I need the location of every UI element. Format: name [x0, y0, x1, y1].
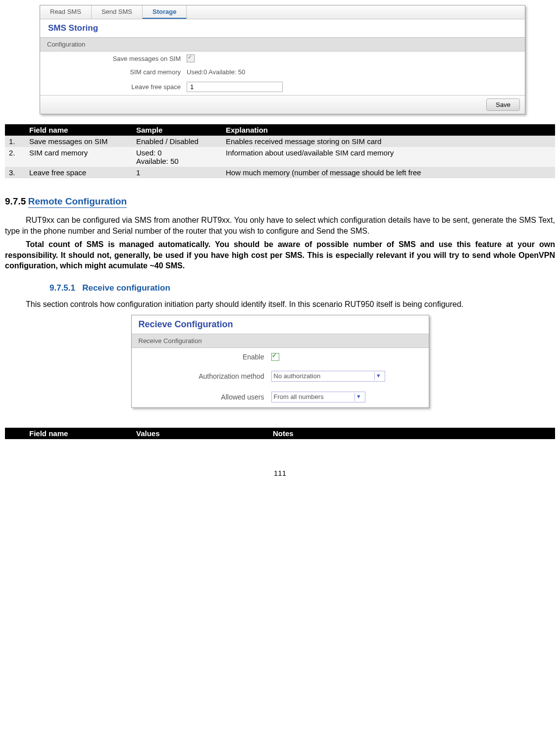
receive-config-panel: Recieve Configuration Receive Configurat…: [131, 315, 429, 408]
paragraph: RUT9xx can be configured via SMS from an…: [5, 215, 555, 236]
table-row: 1. Save messages on SIM Enabled / Disabl…: [5, 136, 555, 147]
sim-memory-value: Used:0 Available: 50: [187, 68, 245, 76]
paragraph: This section controls how configuration …: [5, 299, 555, 310]
save-button[interactable]: Save: [486, 99, 520, 111]
section-configuration: Configuration: [40, 37, 525, 51]
chevron-down-icon: ▾: [355, 393, 363, 401]
auth-method-label: Authorization method: [141, 372, 271, 380]
tab-send-sms[interactable]: Send SMS: [92, 5, 143, 19]
section-receive-config: Receive Configuration: [132, 334, 429, 348]
panel-title: SMS Storing: [40, 19, 525, 37]
enable-label: Enable: [141, 353, 271, 361]
section-number: 9.7.5: [5, 196, 26, 206]
sms-storing-panel: Read SMS Send SMS Storage SMS Storing Co…: [40, 5, 525, 114]
th-notes: Notes: [269, 428, 555, 439]
th-values: Values: [132, 428, 269, 439]
enable-checkbox[interactable]: [271, 353, 279, 361]
save-on-sim-checkbox[interactable]: [187, 54, 195, 62]
section-title-remote-config: Remote Configuration: [28, 196, 127, 208]
panel-title: Recieve Configuration: [132, 315, 429, 334]
page-number: 111: [5, 469, 555, 477]
th-explanation: Explanation: [222, 124, 555, 136]
table-row: 3. Leave free space 1 How much memory (n…: [5, 167, 555, 178]
th-fieldname: Field name: [25, 428, 132, 439]
auth-method-select[interactable]: No authorization ▾: [271, 371, 385, 382]
sim-memory-label: SIM card memory: [47, 68, 187, 76]
receive-fields-table: Field name Values Notes: [5, 428, 555, 439]
paragraph-warning: Total count of SMS is managed automatica…: [5, 239, 555, 271]
save-on-sim-label: Save messages on SIM: [47, 55, 187, 62]
allowed-users-label: Allowed users: [141, 393, 271, 401]
th-fieldname: Field name: [25, 124, 132, 136]
section-title-receive-config: 9.7.5.1 Receive configuration: [50, 283, 170, 293]
th-sample: Sample: [132, 124, 222, 136]
leave-free-label: Leave free space: [47, 83, 187, 91]
leave-free-input[interactable]: [187, 82, 283, 92]
th-num: [5, 428, 25, 439]
th-num: [5, 124, 25, 136]
sms-fields-table: Field name Sample Explanation 1. Save me…: [5, 124, 555, 178]
chevron-down-icon: ▾: [374, 372, 383, 380]
tab-read-sms[interactable]: Read SMS: [40, 5, 92, 19]
tab-strip: Read SMS Send SMS Storage: [40, 5, 525, 19]
tab-storage[interactable]: Storage: [143, 5, 187, 19]
allowed-users-select[interactable]: From all numbers ▾: [271, 392, 365, 402]
table-row: 2. SIM card memory Used: 0 Available: 50…: [5, 147, 555, 167]
